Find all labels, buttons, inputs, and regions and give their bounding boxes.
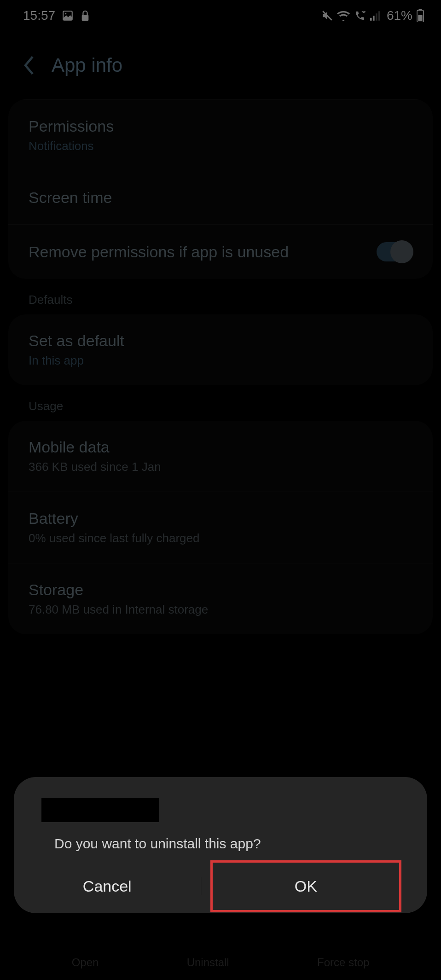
signal-icon bbox=[370, 11, 381, 21]
item-remove-permissions[interactable]: Remove permissions if app is unused bbox=[8, 225, 433, 279]
bottom-action-bar: Open Uninstall Force stop bbox=[0, 956, 441, 980]
svg-rect-4 bbox=[370, 18, 372, 21]
uninstall-dialog: Do you want to uninstall this app? Cance… bbox=[14, 777, 427, 913]
card-privacy: Permissions Notifications Screen time Re… bbox=[8, 99, 433, 279]
svg-rect-10 bbox=[418, 15, 422, 21]
wifi-calling-icon bbox=[354, 10, 366, 21]
item-subtitle: 0% used since last fully charged bbox=[29, 531, 412, 545]
item-title: Permissions bbox=[29, 117, 412, 135]
toggle-thumb bbox=[390, 240, 413, 263]
dialog-buttons: Cancel OK bbox=[14, 870, 427, 902]
dialog-app-name-redacted bbox=[41, 798, 159, 822]
dialog-divider bbox=[201, 877, 201, 895]
status-time: 15:57 bbox=[23, 8, 55, 23]
cancel-button[interactable]: Cancel bbox=[14, 870, 201, 903]
item-title: Storage bbox=[29, 581, 412, 599]
item-screen-time[interactable]: Screen time bbox=[8, 171, 433, 225]
action-force-stop[interactable]: Force stop bbox=[317, 956, 369, 969]
card-usage: Mobile data 366 KB used since 1 Jan Batt… bbox=[8, 421, 433, 634]
svg-rect-5 bbox=[373, 16, 375, 21]
ok-button[interactable]: OK bbox=[210, 860, 402, 912]
item-battery[interactable]: Battery 0% used since last fully charged bbox=[8, 492, 433, 563]
section-defaults: Defaults bbox=[0, 279, 441, 314]
action-open[interactable]: Open bbox=[72, 956, 99, 969]
item-title: Set as default bbox=[29, 332, 412, 350]
item-title: Remove permissions if app is unused bbox=[29, 243, 289, 261]
svg-rect-2 bbox=[82, 15, 89, 21]
item-title: Mobile data bbox=[29, 438, 412, 456]
item-title: Screen time bbox=[29, 189, 412, 207]
item-title: Battery bbox=[29, 510, 412, 528]
battery-icon bbox=[416, 9, 424, 22]
image-icon bbox=[62, 10, 74, 22]
battery-text: 61% bbox=[387, 8, 412, 23]
status-right: 61% bbox=[321, 8, 424, 23]
lock-icon bbox=[80, 10, 90, 22]
item-set-as-default[interactable]: Set as default In this app bbox=[8, 314, 433, 385]
item-subtitle: In this app bbox=[29, 354, 412, 368]
item-subtitle: 76.80 MB used in Internal storage bbox=[29, 603, 412, 617]
svg-rect-7 bbox=[378, 11, 380, 20]
action-uninstall[interactable]: Uninstall bbox=[187, 956, 229, 969]
back-icon[interactable] bbox=[23, 55, 35, 75]
svg-rect-6 bbox=[376, 13, 377, 21]
svg-point-1 bbox=[65, 13, 66, 14]
mute-icon bbox=[321, 10, 333, 22]
section-usage: Usage bbox=[0, 385, 441, 421]
item-permissions[interactable]: Permissions Notifications bbox=[8, 99, 433, 171]
item-mobile-data[interactable]: Mobile data 366 KB used since 1 Jan bbox=[8, 421, 433, 492]
page-title: App info bbox=[52, 54, 122, 76]
item-subtitle: Notifications bbox=[29, 139, 412, 153]
app-header: App info bbox=[0, 31, 441, 99]
wifi-icon bbox=[337, 10, 350, 21]
status-left: 15:57 bbox=[23, 8, 90, 23]
item-subtitle: 366 KB used since 1 Jan bbox=[29, 460, 412, 474]
toggle-remove-permissions[interactable] bbox=[377, 242, 412, 261]
item-storage[interactable]: Storage 76.80 MB used in Internal storag… bbox=[8, 563, 433, 634]
status-bar: 15:57 61% bbox=[0, 0, 441, 31]
card-defaults: Set as default In this app bbox=[8, 314, 433, 385]
